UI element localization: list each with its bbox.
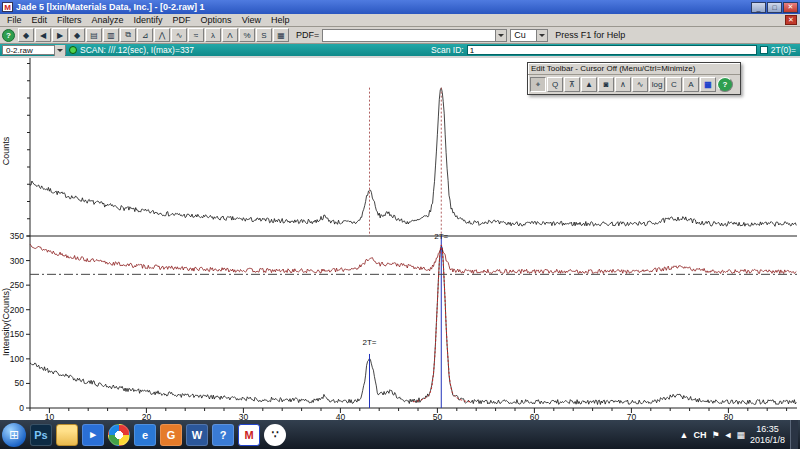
bottom-ylabel: Intensity(Counts) xyxy=(1,288,11,356)
range-icon[interactable]: ⊼ xyxy=(564,77,580,92)
file-combo-value: 0-2.raw xyxy=(3,46,54,55)
file-combo[interactable]: 0-2.raw xyxy=(2,45,66,55)
smooth-icon[interactable]: ≈ xyxy=(188,28,204,42)
y-tick-label: 350 xyxy=(10,231,24,241)
area-icon[interactable]: ◙ xyxy=(598,77,614,92)
word-icon[interactable]: W xyxy=(186,424,208,446)
chevron-down-icon[interactable] xyxy=(495,30,506,41)
sr-icon[interactable]: S xyxy=(256,28,272,42)
pinwheel-browser-icon[interactable] xyxy=(108,424,130,446)
x-tick-label: 40 xyxy=(336,412,346,420)
trace-scan-bottom-black xyxy=(30,246,796,405)
y-tick-label: 300 xyxy=(10,256,24,266)
two-theta-checkbox[interactable] xyxy=(760,46,768,54)
y-tick-label: 200 xyxy=(10,305,24,315)
help-icon[interactable]: ? xyxy=(717,77,733,92)
scan-id-label: Scan ID: xyxy=(431,45,464,55)
report-icon[interactable]: ▦ xyxy=(273,28,289,42)
menu-items: FileEditFiltersAnalyzeIdentifyPDFOptions… xyxy=(2,15,295,25)
wave-icon[interactable]: ∿ xyxy=(632,77,648,92)
menu-pdf[interactable]: PDF xyxy=(168,15,196,25)
edit-toolbar-title[interactable]: Edit Toolbar - Cursor Off (Menu/Ctrl=Min… xyxy=(528,63,740,75)
y-tick-label: 100 xyxy=(10,354,24,364)
xrd-plot[interactable]: 1020304050607080050100150200250300350Cou… xyxy=(0,56,800,420)
taskbar-icons: Ps▸eGW?M∵ xyxy=(30,424,286,446)
zoom-window-icon[interactable]: ⧉ xyxy=(120,28,136,42)
profile-icon[interactable]: ∧ xyxy=(615,77,631,92)
start-button[interactable]: ⊞ xyxy=(2,423,26,447)
x-tick-label: 20 xyxy=(142,412,152,420)
menu-help[interactable]: Help xyxy=(266,15,295,25)
profile-fit-icon[interactable]: Λ xyxy=(222,28,238,42)
anode-combo[interactable]: Cu xyxy=(510,29,548,42)
close-button[interactable]: ✕ xyxy=(783,2,798,13)
menu-analyze[interactable]: Analyze xyxy=(87,15,129,25)
nav-first-icon[interactable]: ◆ xyxy=(18,28,34,42)
menubar: FileEditFiltersAnalyzeIdentifyPDFOptions… xyxy=(0,14,800,27)
help-app-icon[interactable]: ? xyxy=(212,424,234,446)
k-alpha2-icon[interactable]: λ xyxy=(205,28,221,42)
nav-last-icon[interactable]: ◆ xyxy=(69,28,85,42)
zoom-icon[interactable]: Q xyxy=(547,77,563,92)
media-player-icon[interactable]: ▸ xyxy=(82,424,104,446)
cursor-mode-icon[interactable]: ⌖ xyxy=(530,77,546,92)
percent-icon[interactable]: % xyxy=(239,28,255,42)
menu-view[interactable]: View xyxy=(237,15,266,25)
x-tick-label: 50 xyxy=(433,412,443,420)
clock[interactable]: 16:35 2016/1/8 xyxy=(750,424,785,446)
two-theta-marker-label: 2T= xyxy=(362,338,376,347)
document-close-button[interactable]: ✕ xyxy=(785,15,797,25)
volume-icon[interactable]: ◄ xyxy=(724,430,733,440)
g-app-icon[interactable]: G xyxy=(160,424,182,446)
chevron-down-icon[interactable] xyxy=(536,30,547,41)
show-desktop-button[interactable] xyxy=(790,420,798,449)
panda-app-icon[interactable]: ∵ xyxy=(264,424,286,446)
nav-prev-icon[interactable]: ◀ xyxy=(35,28,51,42)
nav-next-icon[interactable]: ▶ xyxy=(52,28,68,42)
y-tick-label: 0 xyxy=(19,403,24,413)
axes-icon[interactable]: ⊿ xyxy=(137,28,153,42)
edit-toolbar-buttons: ⌖Q⊼▲◙∧∿logCA▦? xyxy=(528,75,740,94)
app-icon: M xyxy=(2,2,13,12)
stack-icon[interactable]: ▥ xyxy=(103,28,119,42)
menu-edit[interactable]: Edit xyxy=(27,15,53,25)
folder-icon[interactable] xyxy=(56,424,78,446)
trace-scan-overlay-red xyxy=(30,244,796,274)
anode-combo-value: Cu xyxy=(511,30,536,40)
log-scale-icon[interactable]: log xyxy=(649,77,665,92)
peak-icon[interactable]: ▲ xyxy=(581,77,597,92)
menu-filters[interactable]: Filters xyxy=(52,15,87,25)
menu-file[interactable]: File xyxy=(2,15,27,25)
network-icon[interactable]: ▦ xyxy=(736,430,745,440)
system-tray: ▲ CH ⚑◄▦ 16:35 2016/1/8 xyxy=(680,420,798,449)
mdi-jade-icon[interactable]: M xyxy=(238,424,260,446)
calibrate-icon[interactable]: C xyxy=(666,77,682,92)
maximize-button[interactable]: □ xyxy=(767,2,782,13)
hidden-icons-button[interactable]: ▲ xyxy=(680,430,689,440)
tray-icons: ⚑◄▦ xyxy=(711,430,745,440)
ie-browser-icon[interactable]: e xyxy=(134,424,156,446)
x-tick-label: 70 xyxy=(627,412,637,420)
pdf-combo[interactable] xyxy=(322,29,507,42)
x-tick-label: 10 xyxy=(45,412,55,420)
annotate-icon[interactable]: A xyxy=(683,77,699,92)
flag-icon[interactable]: ⚑ xyxy=(711,430,719,440)
window-controls: _ □ ✕ xyxy=(751,2,798,13)
minimize-button[interactable]: _ xyxy=(751,2,766,13)
photoshop-icon[interactable]: Ps xyxy=(30,424,52,446)
chevron-down-icon[interactable] xyxy=(54,45,65,56)
menu-identify[interactable]: Identify xyxy=(129,15,168,25)
help-round-button[interactable]: ? xyxy=(2,29,15,42)
language-indicator[interactable]: CH xyxy=(693,430,706,440)
two-theta-zero-label: 2T(0)= xyxy=(771,45,796,55)
clock-date: 2016/1/8 xyxy=(750,435,785,446)
overlay-icon[interactable]: ▤ xyxy=(86,28,102,42)
toolbar-icons: ◆◀▶◆▤▥⧉⊿⋀∿≈λΛ%S▦ xyxy=(18,28,289,42)
grid-icon[interactable]: ▦ xyxy=(700,77,716,92)
scan-id-input[interactable] xyxy=(467,45,757,55)
peak-id-icon[interactable]: ⋀ xyxy=(154,28,170,42)
background-fit-icon[interactable]: ∿ xyxy=(171,28,187,42)
menu-options[interactable]: Options xyxy=(196,15,237,25)
edit-toolbar-window[interactable]: Edit Toolbar - Cursor Off (Menu/Ctrl=Min… xyxy=(527,62,741,95)
status-help-text: Press F1 for Help xyxy=(555,30,625,40)
